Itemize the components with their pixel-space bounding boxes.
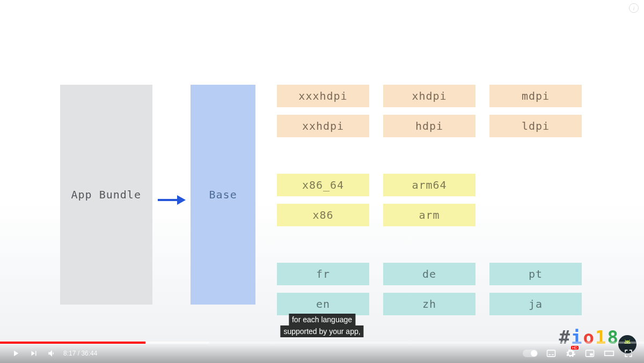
- play-icon: [11, 349, 20, 358]
- svg-rect-10: [590, 353, 593, 355]
- video-frame: i App Bundle Base xxxhdpi xhdpi: [0, 0, 644, 363]
- dpi-cell: xxhdpi: [277, 115, 369, 137]
- dpi-cell: mdpi: [489, 85, 582, 107]
- splits-container: xxxhdpi xhdpi mdpi xxhdpi hdpi ldpi x86_…: [277, 85, 582, 315]
- lang-group: fr de pt en zh ja: [277, 263, 582, 315]
- abi-row-1: x86_64 arm64: [277, 174, 582, 196]
- miniplayer-icon: [584, 348, 595, 359]
- abi-cell: x86_64: [277, 174, 369, 196]
- lang-cell: zh: [383, 293, 475, 315]
- svg-rect-7: [548, 354, 551, 355]
- miniplayer-button[interactable]: [581, 344, 599, 363]
- closed-caption: for each language supported by your app,: [280, 314, 363, 337]
- svg-rect-11: [605, 351, 614, 355]
- app-bundle-block: App Bundle: [60, 85, 152, 305]
- dpi-cell: ldpi: [489, 115, 582, 137]
- captions-button[interactable]: [542, 344, 560, 363]
- lang-cell: pt: [489, 263, 582, 285]
- lang-cell: de: [383, 263, 475, 285]
- svg-rect-6: [547, 350, 555, 357]
- settings-button[interactable]: [561, 344, 580, 363]
- time-display: 8:17 / 36:44: [63, 350, 97, 357]
- base-label: Base: [209, 188, 237, 201]
- slide-content: App Bundle Base xxxhdpi xhdpi mdpi: [0, 85, 644, 315]
- base-block: Base: [191, 85, 255, 305]
- slide-inner: App Bundle Base xxxhdpi xhdpi mdpi: [0, 85, 644, 315]
- current-time: 8:17: [63, 350, 76, 357]
- next-button[interactable]: [25, 344, 43, 363]
- dpi-row-2: xxhdpi hdpi ldpi: [277, 115, 582, 137]
- autoplay-switch-icon: [523, 350, 538, 357]
- lang-cell: ja: [489, 293, 582, 315]
- arrow-icon: [157, 194, 186, 206]
- dpi-group: xxxhdpi xhdpi mdpi xxhdpi hdpi ldpi: [277, 85, 582, 137]
- right-controls: [523, 344, 638, 363]
- caption-line-1: for each language: [289, 314, 355, 325]
- abi-cell: arm: [383, 204, 475, 226]
- lang-row-2: en zh ja: [277, 293, 582, 315]
- next-icon: [29, 349, 39, 358]
- autoplay-toggle[interactable]: [523, 344, 541, 363]
- fullscreen-button[interactable]: [619, 344, 638, 363]
- caption-line-2: supported by your app,: [280, 325, 363, 337]
- abi-row-2: x86 arm: [277, 204, 582, 226]
- fullscreen-icon: [623, 348, 634, 359]
- lang-cell: fr: [277, 263, 369, 285]
- abi-group: x86_64 arm64 x86 arm: [277, 174, 582, 226]
- lang-row-1: fr de pt: [277, 263, 582, 285]
- dpi-cell: xhdpi: [383, 85, 475, 107]
- captions-icon: [546, 348, 557, 359]
- info-icon[interactable]: i: [629, 3, 639, 13]
- play-button[interactable]: [6, 344, 25, 363]
- volume-icon: [47, 349, 57, 358]
- svg-marker-1: [177, 195, 186, 205]
- abi-cell: x86: [277, 204, 369, 226]
- lang-cell: en: [277, 293, 369, 315]
- svg-rect-8: [552, 354, 554, 355]
- theater-icon: [603, 348, 615, 359]
- dpi-row-1: xxxhdpi xhdpi mdpi: [277, 85, 582, 107]
- gear-icon: [565, 348, 576, 359]
- player-controls: 8:17 / 36:44: [0, 344, 644, 363]
- dpi-cell: hdpi: [383, 115, 475, 137]
- dpi-cell: xxxhdpi: [277, 85, 369, 107]
- abi-cell: arm64: [383, 174, 475, 196]
- arrow: [152, 85, 191, 315]
- app-bundle-label: App Bundle: [71, 188, 141, 201]
- volume-button[interactable]: [43, 344, 61, 363]
- duration: 36:44: [81, 350, 97, 357]
- theater-button[interactable]: [600, 344, 618, 363]
